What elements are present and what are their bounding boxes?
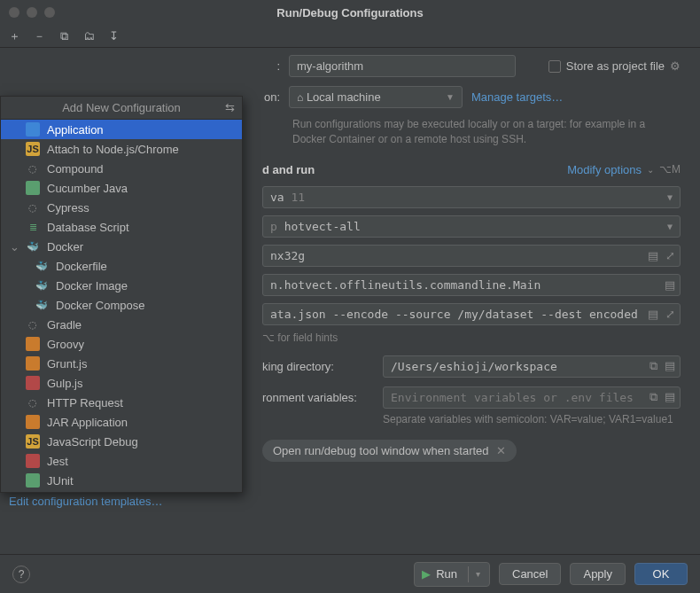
sort-icon[interactable]: ↧: [106, 29, 121, 43]
config-type-label: Compound: [47, 162, 104, 176]
dialog-button-bar: ? ▶ Run ▾ Cancel Apply OK: [0, 554, 700, 593]
history-icon[interactable]: ▤: [665, 278, 675, 292]
titlebar: Run/Debug Configurations: [0, 0, 700, 25]
config-type-grunt-js[interactable]: Grunt.js: [1, 354, 242, 373]
program-args-input[interactable]: [262, 303, 681, 325]
config-type-label: Grunt.js: [47, 357, 88, 371]
config-type-compound[interactable]: ◌Compound: [1, 159, 242, 178]
option-chip[interactable]: Open run/debug tool window when started …: [262, 440, 517, 462]
vm-options-input[interactable]: [262, 245, 681, 267]
config-type-javascript-debug[interactable]: JSJavaScript Debug: [1, 432, 242, 451]
config-type-gulp-js[interactable]: Gulp.js: [1, 373, 242, 393]
config-type-label: Docker Compose: [56, 299, 144, 312]
modify-options-link[interactable]: Modify options: [567, 163, 642, 176]
config-type-label: Attach to Node.js/Chrome: [47, 143, 179, 156]
store-label: Store as project file: [566, 59, 665, 73]
history-icon[interactable]: ▤: [648, 308, 658, 321]
chevron-down-icon: ▼: [446, 92, 455, 102]
browse-icon[interactable]: ⧉: [649, 359, 657, 373]
config-type-cypress[interactable]: ◌Cypress: [1, 198, 242, 217]
chevron-down-icon: ⌄: [647, 165, 654, 175]
jre-combo[interactable]: va 11 ▼: [262, 186, 681, 208]
config-type-database-script[interactable]: ≣Database Script: [1, 217, 242, 237]
save-template-icon[interactable]: 🗂: [82, 29, 96, 43]
config-type-label: Cucumber Java: [47, 182, 128, 195]
main-class-input[interactable]: [262, 274, 681, 296]
store-checkbox[interactable]: [548, 60, 561, 73]
classpath-combo[interactable]: p hotvect-all ▼: [262, 215, 681, 238]
dropdown-header: Add New Configuration ⇆: [1, 97, 242, 120]
run-label: Run: [436, 567, 457, 581]
config-type-label: Groovy: [47, 338, 84, 351]
field-hints: ⌥ for field hints: [262, 331, 681, 346]
jdk-value: 11: [291, 191, 305, 204]
build-run-section-title: d and run: [262, 163, 315, 176]
config-type-groovy[interactable]: Groovy: [1, 334, 242, 354]
runon-combo[interactable]: ⌂ Local machine ▼: [289, 86, 463, 108]
expand-icon[interactable]: ⤢: [665, 308, 675, 321]
runon-label: on:: [262, 90, 280, 104]
run-button[interactable]: ▶ Run ▾: [414, 562, 490, 587]
history-icon[interactable]: ▤: [665, 359, 675, 373]
working-dir-label: king directory:: [262, 360, 370, 373]
config-type-label: Database Script: [47, 221, 129, 234]
add-configuration-dropdown: Add New Configuration ⇆ ApplicationJSAtt…: [0, 96, 243, 493]
config-type-jar-application[interactable]: JAR Application: [1, 412, 242, 432]
close-icon[interactable]: ✕: [496, 444, 506, 457]
history-icon[interactable]: ▤: [648, 249, 658, 262]
cp-value: hotvect-all: [284, 220, 361, 233]
working-dir-input[interactable]: [383, 355, 681, 378]
runon-hint: Run configurations may be executed local…: [292, 117, 665, 148]
chevron-down-icon: ▼: [667, 222, 673, 231]
config-type-http-request[interactable]: ◌HTTP Request: [1, 393, 242, 412]
config-type-docker[interactable]: ⌄🐳Docker: [1, 237, 242, 256]
config-type-label: Docker Image: [56, 279, 128, 293]
config-type-docker-image[interactable]: 🐳Docker Image: [1, 276, 242, 295]
browse-icon[interactable]: ⧉: [649, 390, 657, 404]
name-input[interactable]: [289, 55, 516, 77]
config-type-label: Jest: [47, 455, 68, 468]
config-type-label: Application: [47, 123, 104, 137]
config-type-cucumber-java[interactable]: Cucumber Java: [1, 178, 242, 198]
cancel-button[interactable]: Cancel: [499, 563, 561, 585]
chevron-down-icon[interactable]: ▾: [476, 569, 480, 579]
config-type-label: JavaScript Debug: [47, 435, 138, 449]
config-type-label: JUnit: [47, 474, 74, 488]
chevron-down-icon: ▼: [667, 192, 673, 202]
dropdown-list: ApplicationJSAttach to Node.js/Chrome◌Co…: [1, 120, 242, 492]
ok-button[interactable]: OK: [634, 563, 688, 585]
history-icon[interactable]: ▤: [665, 390, 675, 404]
config-type-docker-compose[interactable]: 🐳Docker Compose: [1, 295, 242, 315]
config-type-label: Docker: [47, 240, 83, 254]
config-type-jest[interactable]: Jest: [1, 451, 242, 471]
config-type-label: Cypress: [47, 201, 89, 215]
config-type-label: Gulp.js: [47, 377, 82, 390]
config-type-attach-to-node-js-chrome[interactable]: JSAttach to Node.js/Chrome: [1, 139, 242, 159]
config-type-karma[interactable]: Karma: [1, 490, 242, 492]
edit-templates-link[interactable]: Edit configuration templates…: [9, 495, 162, 508]
expand-icon[interactable]: ⤢: [665, 249, 675, 262]
manage-targets-link[interactable]: Manage targets…: [471, 90, 563, 104]
copy-icon[interactable]: ⧉: [57, 29, 71, 43]
chip-label: Open run/debug tool window when started: [273, 444, 489, 457]
config-type-label: Gradle: [47, 318, 82, 332]
runon-value: Local machine: [307, 90, 381, 104]
config-type-dockerfile[interactable]: 🐳Dockerfile: [1, 256, 242, 276]
name-label: :: [262, 59, 280, 73]
env-input[interactable]: [383, 386, 681, 409]
remove-icon[interactable]: －: [32, 29, 46, 43]
config-type-label: HTTP Request: [47, 396, 123, 410]
filter-icon[interactable]: ⇆: [225, 101, 235, 114]
apply-button[interactable]: Apply: [570, 563, 626, 585]
play-icon: ▶: [422, 567, 431, 581]
gear-icon[interactable]: ⚙: [670, 59, 681, 73]
config-toolbar: ＋ － ⧉ 🗂 ↧: [0, 25, 700, 48]
config-type-label: Dockerfile: [56, 260, 107, 273]
add-icon[interactable]: ＋: [7, 29, 21, 43]
config-type-junit[interactable]: JUnit: [1, 471, 242, 490]
env-label: ronment variables:: [262, 391, 370, 404]
config-type-label: JAR Application: [47, 416, 128, 429]
config-type-application[interactable]: Application: [1, 120, 242, 139]
config-type-gradle[interactable]: ◌Gradle: [1, 315, 242, 334]
help-button[interactable]: ?: [12, 566, 30, 583]
